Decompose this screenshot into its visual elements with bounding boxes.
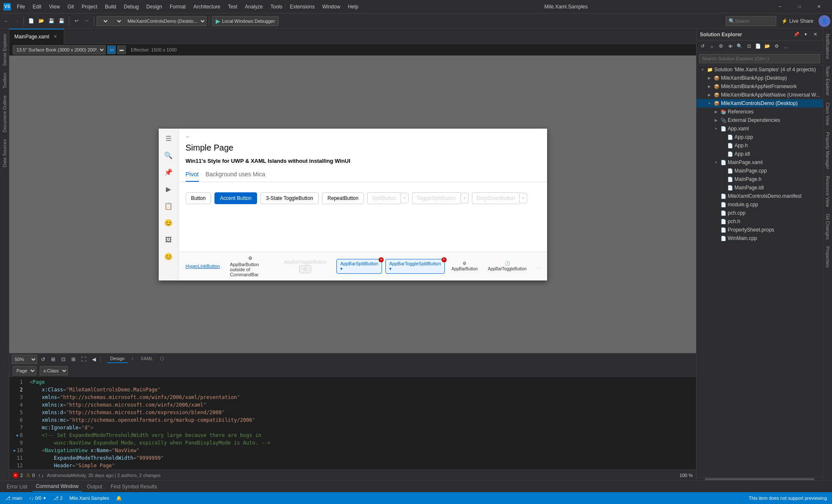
se-dropdown-btn[interactable]: ▾ [802,30,810,39]
preview-tab-mica[interactable]: Background uses Mica [206,167,266,182]
dropdown-button-arrow[interactable]: ▾ [519,193,527,203]
commandbar-hyperlink[interactable]: HyperLinkButton [182,262,223,270]
se-collapse-btn[interactable]: ⊡ [745,42,753,51]
forward-button[interactable]: → [12,16,21,26]
tree-app-cpp[interactable]: 📄 App.cpp [696,133,823,141]
sidebar-tab-toolbox[interactable]: Toolbox [1,69,8,92]
tree-module-cpp[interactable]: 📄 module.g.cpp [696,200,823,209]
menu-debug[interactable]: Debug [120,2,142,11]
toggle-split-button-main[interactable]: ToggleSplitButton [412,192,460,204]
dropdown-button-main[interactable]: DropDownButton [472,192,519,204]
device-select[interactable]: 13.5" Surface Book (3000 x 2000) 200% sc… [13,45,106,54]
tree-app-xaml[interactable]: ▾ 📄 App.xaml [696,124,823,133]
menu-git[interactable]: Git [64,2,77,11]
se-more-btn[interactable]: … [782,42,790,51]
menu-edit[interactable]: Edit [29,2,45,11]
vtab-class-view[interactable]: Class View [824,99,832,129]
minimize-button[interactable]: ─ [770,0,790,13]
preview-back-button[interactable]: ← [186,134,191,140]
close-button[interactable]: ✕ [809,0,829,13]
preview-button-button[interactable]: Button [186,192,211,204]
tree-mainpage-idl[interactable]: 📄 MainPage.idl [696,183,823,192]
menu-file[interactable]: File [14,2,28,11]
tree-project-blank-app[interactable]: ▶ 📦 MileXamlBlankApp (Desktop) [696,74,823,82]
nav-icon-emoji[interactable]: 😊 [162,216,175,230]
preview-button-repeat[interactable]: RepeatButton [322,192,364,204]
sidebar-tab-server-explorer[interactable]: Server Explorer [1,30,8,69]
se-filter-btn[interactable]: 🔍 [735,42,744,51]
live-share-button[interactable]: ⚡ Live Share [778,16,817,26]
view-tab-expand[interactable]: ⬡ [157,355,168,363]
save-all-button[interactable]: 💾 [57,16,66,26]
pan-btn[interactable]: ⛶ [79,355,88,364]
se-sync-btn[interactable]: ↺ [698,42,707,51]
tree-references[interactable]: ▶ 📚 References [696,108,823,116]
redo-button[interactable]: ↪ [82,16,91,26]
arrows-nav[interactable]: ↑ ↓ [38,473,43,478]
panel-tab-error-list[interactable]: Error List [3,482,31,491]
menu-build[interactable]: Build [102,2,120,11]
panel-tab-output[interactable]: Output [84,482,106,491]
status-branch[interactable]: ⎇ main [3,495,24,502]
nav-icon-emoji2[interactable]: 😊 [162,250,175,264]
se-search-input[interactable] [699,54,820,63]
tree-project-controls-demo[interactable]: ▾ 📦 MileXamlControlsDemo (Desktop) [696,99,823,108]
toggle-split-button-arrow[interactable]: ▾ [461,193,469,203]
tab-close-icon[interactable]: ✕ [52,33,59,40]
status-notification[interactable]: 🔔 [114,495,124,502]
tree-project-netnative[interactable]: ▶ 📦 MileXamlBlankAppNetNative (Universal… [696,91,823,99]
scroll-left-btn[interactable]: ◀ [89,355,98,364]
se-open-folder-btn[interactable]: 📂 [763,42,772,51]
status-lines-info[interactable]: ↑↓ 0/0 ✦ [27,495,48,502]
commandbar-more-btn[interactable]: … [534,261,544,272]
profile-button[interactable]: 👤 [818,15,830,27]
tree-pch-h[interactable]: 📄 pch.h [696,217,823,226]
portrait-layout-btn[interactable]: ▭ [107,46,116,54]
vtab-git-changes[interactable]: Git Changes [824,210,832,243]
panel-tab-find-symbol[interactable]: Find Symbol Results [107,482,160,491]
split-button-arrow[interactable]: ▾ [401,193,409,203]
panel-tab-command-window[interactable]: Command Window [33,482,82,492]
menu-design[interactable]: Design [143,2,165,11]
nav-icon-menu[interactable]: ☰ [162,132,175,146]
nav-icon-pin[interactable]: 📌 [162,166,175,179]
search-input[interactable] [735,19,773,24]
vtab-notifications[interactable]: Notifications [824,30,832,62]
config-select[interactable]: Release [97,16,109,26]
member-selector[interactable]: x:Class [40,366,68,375]
status-repo-name[interactable]: Mile.Xaml.Samples [68,495,111,501]
commandbar-appbar-toggle[interactable]: 🕐 AppBarToggleButton [485,259,530,273]
commandbar-appbar-outside[interactable]: ⚙ AppBarButton outside ofCommandBar [227,254,274,279]
code-content[interactable]: <Page x:Class="MileXamlControlsDemo.Main… [26,377,696,469]
vtab-properties[interactable]: Properties [824,243,832,271]
se-props-btn[interactable]: ⚙ [717,42,725,51]
open-button[interactable]: 📂 [37,16,46,26]
tab-mainpage-xaml[interactable]: MainPage.xaml ✕ [9,29,64,44]
debug-button[interactable]: ▶ Local Windows Debugger [212,16,279,26]
tree-project-netfw[interactable]: ▶ 📦 MileXamlBlankAppNetFramework [696,82,823,91]
nav-icon-play[interactable]: ▶ [162,183,175,196]
se-show-all-btn[interactable]: 👁 [726,42,734,51]
menu-help[interactable]: Help [344,2,362,11]
vtab-resource-view[interactable]: Resource View [824,172,832,210]
commandbar-appbar-btn[interactable]: ⚙ AppBarButton [448,259,481,273]
se-home-btn[interactable]: ⌂ [707,42,716,51]
tree-app-idl[interactable]: 📄 App.idl [696,150,823,158]
status-branch-count[interactable]: ⎇ 2 [51,495,64,502]
tree-mainpage-h[interactable]: 📄 MainPage.h [696,175,823,183]
save-button[interactable]: 💾 [47,16,56,26]
menu-format[interactable]: Format [166,2,189,11]
undo-button[interactable]: ↩ [72,16,81,26]
tree-pch-cpp[interactable]: 📄 pch.cpp [696,209,823,217]
back-button[interactable]: ← [2,16,11,26]
tree-mainpage-cpp[interactable]: 📄 MainPage.cpp [696,167,823,175]
tree-app-h[interactable]: 📄 App.h [696,141,823,150]
tree-solution[interactable]: ▾ 📁 Solution 'Mile.Xaml.Samples' (4 of 4… [696,65,823,74]
tree-manifest[interactable]: 📄 MileXamlControlsDemo.manifest [696,192,823,200]
se-new-solution-btn[interactable]: 📄 [754,42,762,51]
vtab-team-explorer[interactable]: Team Explorer [824,62,832,99]
preview-button-toggle[interactable]: 3-State ToggleButton [260,192,319,204]
commandbar-split-btn[interactable]: AppBarSplitButton ▾ [336,259,382,274]
platform-select[interactable]: x64 [110,16,123,26]
new-project-button[interactable]: 📄 [27,16,36,26]
